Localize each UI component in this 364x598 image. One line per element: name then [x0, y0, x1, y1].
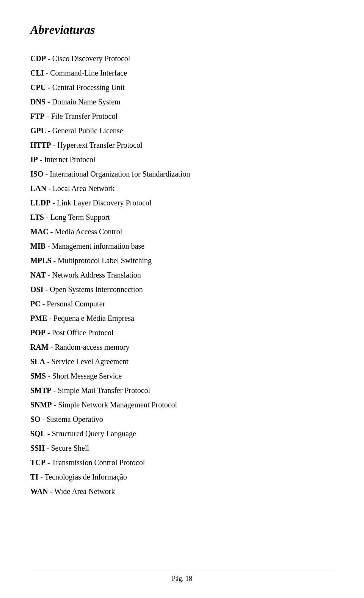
abbr-definition: Link Layer Discovery Protocol	[57, 199, 151, 207]
abbr-dash: -	[46, 98, 52, 106]
abbr-key: CPU	[30, 83, 46, 92]
abbr-dash: -	[49, 343, 55, 351]
abbr-definition: Long Term Support	[50, 213, 110, 221]
abbr-definition: Tecnologias de Informação	[44, 473, 127, 481]
list-item: LAN - Local Area Network	[30, 182, 334, 195]
abbr-definition: Wide Area Network	[54, 487, 115, 495]
abbr-definition: Domain Name System	[52, 98, 121, 106]
list-item: HTTP - Hypertext Transfer Protocol	[30, 139, 334, 151]
abbr-definition: Multiprotocol Label Switching	[58, 256, 152, 265]
abbr-key: SQL	[30, 429, 46, 438]
abbr-definition: Short Message Service	[52, 372, 122, 380]
abbr-key: MIB	[30, 242, 46, 250]
abbr-dash: -	[44, 69, 50, 77]
abbr-dash: -	[43, 285, 50, 293]
list-item: NAT - Network Address Translation	[30, 268, 334, 281]
list-item: SLA - Service Level Agreement	[30, 355, 334, 368]
list-item: LTS - Long Term Support	[30, 211, 334, 224]
list-item: FTP - File Transfer Protocol	[30, 110, 334, 123]
abbr-dash: -	[46, 458, 52, 467]
abbr-key: OSI	[30, 285, 43, 293]
abbr-dash: -	[46, 271, 52, 279]
list-item: CPU - Central Processing Unit	[30, 81, 334, 94]
page-footer: Pág. 18	[30, 571, 334, 583]
abbr-definition: Simple Network Management Protocol	[58, 401, 177, 409]
abbr-definition: Management information base	[52, 242, 144, 250]
abbr-dash: -	[47, 314, 53, 322]
list-item: LLDP - Link Layer Discovery Protocol	[30, 196, 334, 209]
abbr-definition: Structured Query Language	[52, 429, 136, 438]
abbr-definition: Command-Line Interface	[50, 69, 127, 77]
abbr-dash: -	[52, 386, 58, 394]
abbr-key: WAN	[30, 487, 48, 495]
abbr-dash: -	[45, 444, 51, 452]
abbr-dash: -	[51, 141, 57, 149]
abbr-key: TCP	[30, 458, 46, 467]
abbr-definition: Service Level Agreement	[52, 357, 129, 366]
page-title: Abreviaturas	[30, 23, 334, 37]
abbr-dash: -	[41, 415, 47, 423]
abbr-key: HTTP	[30, 141, 51, 149]
list-item: PC - Personal Computer	[30, 297, 334, 310]
abbr-dash: -	[50, 199, 57, 207]
list-item: IP - Internet Protocol	[30, 153, 334, 166]
abbr-definition: Simple Mail Transfer Protocol	[58, 386, 150, 394]
abbr-definition: Hypertext Transfer Protocol	[57, 141, 142, 149]
abbr-key: LLDP	[30, 199, 50, 207]
abbr-dash: -	[46, 372, 52, 380]
abbr-definition: Transmission Control Protocol	[52, 458, 145, 467]
abbr-definition: Post Office Protocol	[52, 328, 114, 337]
abbr-definition: Personal Computer	[47, 300, 105, 308]
abbr-dash: -	[52, 401, 58, 409]
abbr-definition: Open Systems Interconnection	[50, 285, 143, 293]
abbr-dash: -	[49, 227, 55, 236]
abbr-key: SNMP	[30, 401, 52, 409]
abbr-dash: -	[38, 155, 44, 164]
list-item: RAM - Random-access memory	[30, 341, 334, 353]
abbr-dash: -	[48, 487, 54, 495]
abbr-key: GPL	[30, 126, 46, 135]
list-item: DNS - Domain Name System	[30, 95, 334, 108]
abbr-definition: Internet Protocol	[44, 155, 96, 164]
abbr-key: ISO	[30, 170, 43, 178]
abbr-definition: General Public License	[52, 126, 123, 135]
list-item: ISO - International Organization for Sta…	[30, 167, 334, 180]
list-item: SQL - Structured Query Language	[30, 427, 334, 440]
abbr-definition: Network Address Translation	[52, 271, 141, 279]
abbr-definition: Sistema Operativo	[47, 415, 103, 423]
abbr-key: SO	[30, 415, 41, 423]
abbr-key: POP	[30, 328, 46, 337]
list-item: POP - Post Office Protocol	[30, 326, 334, 339]
list-item: CDP - Cisco Discovery Protocol	[30, 52, 334, 65]
list-item: CLI - Command-Line Interface	[30, 66, 334, 79]
list-item: TI - Tecnologias de Informação	[30, 470, 334, 483]
abbr-key: RAM	[30, 343, 49, 351]
list-item: MPLS - Multiprotocol Label Switching	[30, 254, 334, 267]
abbr-dash: -	[44, 213, 50, 221]
list-item: MAC - Media Access Control	[30, 225, 334, 238]
list-item: OSI - Open Systems Interconnection	[30, 283, 334, 296]
abbr-dash: -	[46, 83, 52, 92]
abbr-key: CDP	[30, 54, 46, 63]
abbr-key: PC	[30, 300, 41, 308]
list-item: TCP - Transmission Control Protocol	[30, 456, 334, 469]
abbr-definition: Media Access Control	[55, 227, 122, 236]
abbr-dash: -	[38, 473, 44, 481]
abbr-dash: -	[46, 328, 52, 337]
page-container: Abreviaturas CDP - Cisco Discovery Proto…	[0, 0, 364, 530]
list-item: PME - Pequena e Média Empresa	[30, 312, 334, 325]
abbr-key: SMTP	[30, 386, 52, 394]
abbr-dash: -	[52, 256, 58, 265]
abbr-dash: -	[45, 357, 52, 366]
abbr-dash: -	[43, 170, 50, 178]
list-item: SSH - Secure Shell	[30, 442, 334, 454]
page-number: Pág. 18	[172, 575, 192, 582]
abbr-key: NAT	[30, 271, 46, 279]
abbr-definition: Secure Shell	[51, 444, 89, 452]
abbr-key: MPLS	[30, 256, 52, 265]
abbr-key: SSH	[30, 444, 45, 452]
abbr-key: LAN	[30, 184, 46, 192]
abbr-key: DNS	[30, 98, 46, 106]
abbr-definition: Local Area Network	[53, 184, 115, 192]
list-item: SMTP - Simple Mail Transfer Protocol	[30, 384, 334, 397]
